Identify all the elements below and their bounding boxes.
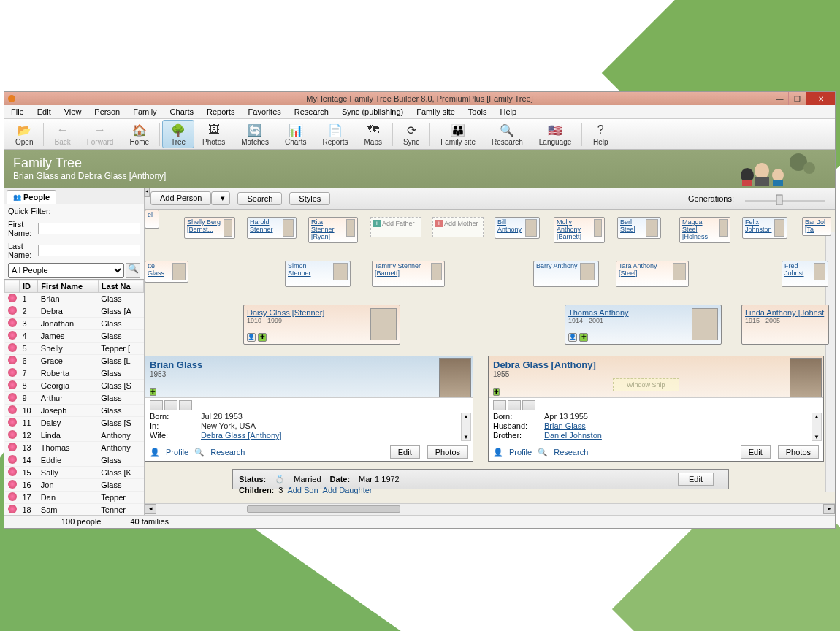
photos-button[interactable]: Photos <box>778 445 819 459</box>
table-row[interactable]: 6GraceGlass [L <box>5 355 144 367</box>
person-photo[interactable] <box>439 358 471 397</box>
add-person-button[interactable]: Add Person <box>150 191 211 205</box>
table-row[interactable]: 14EddieGlass <box>5 454 144 467</box>
first-name-input[interactable] <box>38 223 140 234</box>
people-filter-select[interactable]: All People <box>8 263 124 278</box>
toolbar-reports-button[interactable]: 📄Reports <box>314 120 356 148</box>
tree-card-linda[interactable]: Linda Anthony [Johnst1915 - 2005 <box>741 305 829 345</box>
add-father-button[interactable]: +Add Father <box>370 217 421 237</box>
menu-sync-publishing-[interactable]: Sync (publishing) <box>335 105 410 118</box>
generations-slider[interactable] <box>741 192 829 205</box>
tree-node-berl[interactable]: Berl Steel <box>617 217 661 239</box>
detail-tab[interactable] <box>179 400 192 410</box>
toolbar-maps-button[interactable]: 🗺Maps <box>356 120 389 148</box>
menu-family[interactable]: Family <box>126 105 163 118</box>
table-row[interactable]: 5ShellyTepper [ <box>5 343 144 355</box>
search-icon[interactable]: 🔍 <box>126 263 140 278</box>
table-row[interactable]: 3JonathanGlass <box>5 318 144 330</box>
person-photo[interactable] <box>790 358 822 397</box>
table-row[interactable]: 17DanTepper <box>5 492 144 504</box>
table-row[interactable]: 1BrianGlass <box>5 293 144 305</box>
toolbar-research-button[interactable]: 🔍Research <box>484 120 531 148</box>
add-daughter-link[interactable]: Add Daughter <box>323 486 373 494</box>
tree-card-daisy[interactable]: Daisy Glass [Stenner]1910 - 1999 👤✚ <box>243 305 400 345</box>
menu-person[interactable]: Person <box>88 105 126 118</box>
add-son-link[interactable]: Add Son <box>287 486 318 494</box>
toolbar-sync-button[interactable]: ⟳Sync <box>395 120 427 148</box>
menu-favorites[interactable]: Favorites <box>242 105 288 118</box>
detail-scrollbar[interactable] <box>812 413 822 441</box>
table-row[interactable]: 7RobertaGlass <box>5 367 144 380</box>
tree-node-tara[interactable]: Tara Anthony [Steel] <box>616 261 689 287</box>
add-badge-icon[interactable]: ✚ <box>493 388 500 396</box>
sidebar-collapse-button[interactable]: ◂ <box>144 188 150 197</box>
menu-reports[interactable]: Reports <box>200 105 242 118</box>
toolbar-language-button[interactable]: 🇺🇸Language <box>531 120 580 148</box>
toolbar-help-button[interactable]: ?Help <box>584 120 616 148</box>
tree-canvas[interactable]: el Shelly Berg [Bernst... Harold Stenner… <box>145 210 835 503</box>
tree-node-simon[interactable]: Simon Stenner <box>285 261 351 287</box>
minimize-button[interactable]: — <box>771 92 788 105</box>
menu-file[interactable]: File <box>4 105 31 118</box>
tree-card-thomas[interactable]: Thomas Anthony1914 - 2001 👤✚ <box>565 305 722 345</box>
detail-tab[interactable] <box>508 400 521 410</box>
tree-node-tammy[interactable]: Tammy Stenner [Barnett] <box>372 261 445 287</box>
table-row[interactable]: 8GeorgiaGlass [S <box>5 380 144 392</box>
tree-node-shelly[interactable]: Shelly Berg [Bernst... <box>184 217 235 239</box>
edit-button[interactable]: Edit <box>390 445 420 459</box>
detail-value[interactable]: Daniel Johnston <box>544 431 602 440</box>
add-mother-button[interactable]: +Add Mother <box>432 217 484 237</box>
table-row[interactable]: 9ArthurGlass <box>5 392 144 405</box>
maximize-button[interactable]: ❐ <box>788 92 806 105</box>
menu-family-site[interactable]: Family site <box>410 105 462 118</box>
person-name[interactable]: Debra Glass [Anthony] <box>493 359 596 370</box>
close-button[interactable]: ✕ <box>806 92 835 105</box>
column-header[interactable]: Last Na <box>98 280 143 293</box>
toolbar-tree-button[interactable]: 🌳Tree <box>162 120 194 148</box>
column-header[interactable] <box>5 280 20 293</box>
tree-node-magda[interactable]: Magda Steel [Holness] <box>679 217 730 243</box>
toolbar-home-button[interactable]: 🏠Home <box>121 120 157 148</box>
toolbar-charts-button[interactable]: 📊Charts <box>277 120 314 148</box>
search-button[interactable]: Search <box>237 192 282 205</box>
menu-edit[interactable]: Edit <box>31 105 58 118</box>
table-row[interactable]: 18SamTenner <box>5 504 144 516</box>
menu-tools[interactable]: Tools <box>462 105 494 118</box>
horizontal-scrollbar[interactable]: ◂ ▸ <box>145 503 835 515</box>
toolbar-open-button[interactable]: 📂Open <box>7 120 41 148</box>
tree-node-rita[interactable]: Rita Stenner [Ryan] <box>308 217 358 243</box>
toolbar-photos-button[interactable]: 🖼Photos <box>194 120 233 148</box>
profile-link[interactable]: Profile <box>166 448 188 456</box>
table-row[interactable]: 11DaisyGlass [S <box>5 417 144 429</box>
table-row[interactable]: 2DebraGlass [A <box>5 305 144 318</box>
toolbar-family-site-button[interactable]: 👪Family site <box>432 120 484 148</box>
tree-node-tte[interactable]: tte Glass <box>145 261 188 283</box>
menu-research[interactable]: Research <box>288 105 335 118</box>
detail-tab[interactable] <box>522 400 535 410</box>
table-row[interactable]: 10JosephGlass <box>5 405 144 417</box>
detail-tab[interactable] <box>493 400 506 410</box>
scroll-right-arrow[interactable]: ▸ <box>823 504 835 514</box>
toolbar-matches-button[interactable]: 🔄Matches <box>233 120 277 148</box>
add-person-dropdown[interactable]: ▾ <box>211 191 230 205</box>
tree-node-fred[interactable]: Fred Johnst <box>782 261 828 287</box>
edit-button[interactable]: Edit <box>741 445 771 459</box>
people-table[interactable]: IDFirst NameLast Na1BrianGlass2DebraGlas… <box>4 279 144 515</box>
person-name[interactable]: Brian Glass <box>150 359 202 370</box>
detail-tab[interactable] <box>150 400 163 410</box>
tree-node-barry[interactable]: Barry Anthony <box>533 261 599 287</box>
detail-value[interactable]: Brian Glass <box>544 421 586 430</box>
detail-value[interactable]: Debra Glass [Anthony] <box>201 431 282 440</box>
tree-node[interactable]: el <box>145 210 159 229</box>
profile-link[interactable]: Profile <box>509 448 532 456</box>
research-link[interactable]: Research <box>210 448 245 456</box>
column-header[interactable]: First Name <box>38 280 99 293</box>
tree-node-bar[interactable]: Bar Jol [Ta <box>802 217 831 236</box>
scroll-left-arrow[interactable]: ◂ <box>145 504 156 514</box>
tree-node-felix[interactable]: Felix Johnston <box>742 217 787 239</box>
scroll-thumb[interactable] <box>247 505 400 513</box>
table-row[interactable]: 15SallyGlass [K <box>5 467 144 479</box>
table-row[interactable]: 4JamesGlass <box>5 330 144 343</box>
add-badge-icon[interactable]: ✚ <box>150 388 156 396</box>
menu-charts[interactable]: Charts <box>164 105 200 118</box>
